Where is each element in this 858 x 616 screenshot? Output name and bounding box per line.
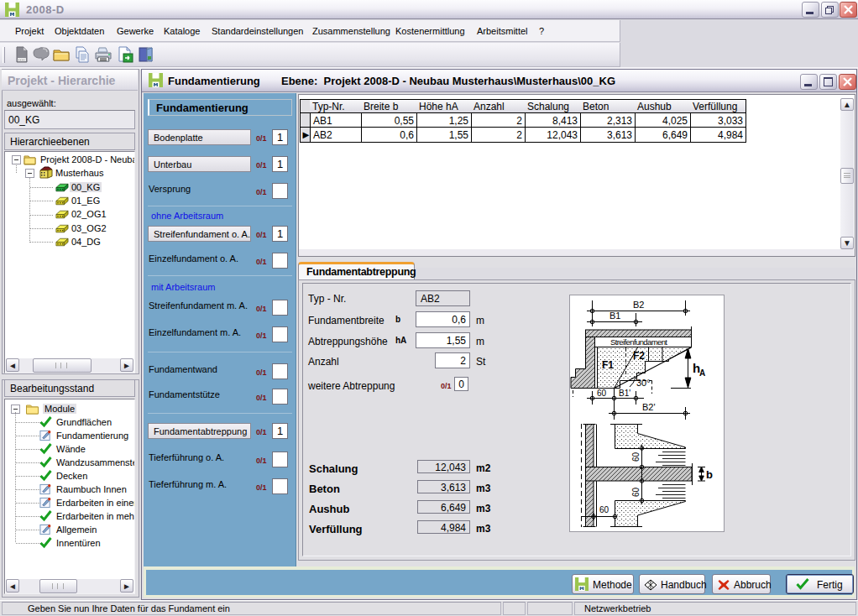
svg-text:A: A — [699, 368, 705, 378]
svg-text:B1: B1 — [609, 311, 620, 321]
svg-text:60: 60 — [597, 389, 607, 398]
svg-text:B2: B2 — [633, 300, 644, 310]
svg-text:F1: F1 — [602, 359, 614, 371]
svg-text:30°: 30° — [636, 378, 651, 388]
svg-text:b: b — [706, 468, 713, 481]
svg-text:60: 60 — [631, 452, 641, 462]
svg-text:F2: F2 — [633, 350, 645, 362]
svg-text:Streifenfundament: Streifenfundament — [610, 337, 667, 347]
svg-text:60: 60 — [599, 505, 609, 514]
svg-text:B1': B1' — [619, 389, 630, 398]
svg-text:B2': B2' — [642, 402, 656, 412]
svg-text:60: 60 — [631, 487, 641, 497]
